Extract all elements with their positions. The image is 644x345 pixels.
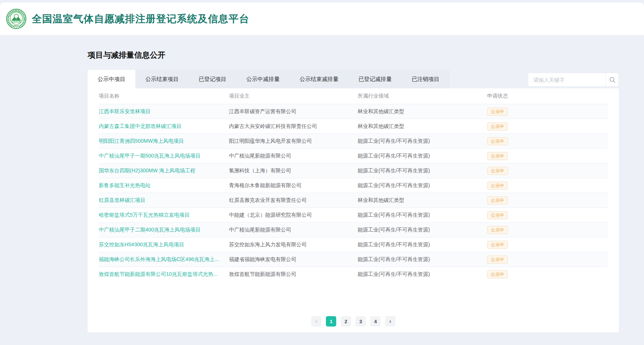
- project-name-link[interactable]: 中广核汕尾甲子一期500兆瓦海上风电场项目: [99, 153, 200, 159]
- status-cell: 公示中: [487, 182, 608, 190]
- status-cell: 公示中: [487, 226, 608, 234]
- sector-cell: 能源工业(可再生/不可再生资源): [358, 182, 487, 189]
- app-header: MEE 全国温室气体自愿减排注册登记系统及信息平台: [0, 3, 644, 35]
- project-owner-cell: 阳江明阳蕴华海上风电开发有限公司: [229, 138, 358, 145]
- table-header: 项目名称 项目业主 所属行业领域 申请状态: [99, 88, 608, 104]
- page-button-3[interactable]: 3: [355, 316, 366, 327]
- search-button[interactable]: [606, 73, 618, 87]
- table-row: 敦煌首航节能新能源有限公司10兆瓦熔盐塔式光热...敦煌首航节能新能源有限公司能…: [99, 267, 608, 281]
- status-badge: 公示中: [487, 167, 508, 175]
- status-badge: 公示中: [487, 137, 508, 145]
- sector-cell: 林业和其他碳汇类型: [358, 197, 487, 204]
- sector-cell: 能源工业(可再生/不可再生资源): [358, 271, 487, 278]
- status-cell: 公示中: [487, 196, 608, 204]
- project-owner-cell: 中能建（北京）能源研究院有限公司: [229, 212, 358, 219]
- table-row: 中广核汕尾甲子二期400兆瓦海上风电场项目中广核汕尾新能源有限公司能源工业(可再…: [99, 222, 608, 237]
- project-name-link[interactable]: 苏交控如东H5#300兆瓦海上风电项目: [99, 241, 184, 247]
- status-cell: 公示中: [487, 211, 608, 219]
- tab-item-6[interactable]: 已注销项目: [402, 70, 449, 88]
- prev-page-button[interactable]: ‹: [311, 316, 321, 327]
- project-owner-cell: 中广核汕尾新能源有限公司: [229, 227, 358, 233]
- status-cell: 公示中: [487, 152, 608, 160]
- status-cell: 公示中: [487, 241, 608, 249]
- project-owner-cell: 中广核汕尾新能源有限公司: [229, 153, 358, 159]
- project-name-link[interactable]: 红原县造林碳汇项目: [99, 197, 145, 203]
- page-button-1[interactable]: 1: [326, 316, 336, 327]
- project-name-link[interactable]: 国华东台四期(H2)300MW 海上风电场工程: [99, 168, 195, 173]
- table-row: 中广核汕尾甲子一期500兆瓦海上风电场项目中广核汕尾新能源有限公司能源工业(可再…: [99, 148, 608, 163]
- pagination: ‹ 1234 ›: [99, 316, 608, 327]
- project-owner-cell: 福建省福能海峡发电有限公司: [229, 256, 358, 263]
- project-name-link[interactable]: 哈密熔盐塔式5万千瓦光热独立发电项目: [99, 212, 190, 218]
- app-title: 全国温室气体自愿减排注册登记系统及信息平台: [32, 12, 249, 26]
- tab-item-3[interactable]: 公示中减排量: [236, 70, 290, 88]
- sector-cell: 能源工业(可再生/不可再生资源): [358, 138, 487, 145]
- project-owner-cell: 敦煌首航节能新能源有限公司: [229, 271, 358, 278]
- sector-cell: 能源工业(可再生/不可再生资源): [358, 153, 487, 159]
- mee-logo: MEE: [6, 9, 27, 29]
- table-row: 国华东台四期(H2)300MW 海上风电场工程氢溯科技（上海）有限公司能源工业(…: [99, 163, 608, 178]
- tab-item-4[interactable]: 公示结束减排量: [290, 70, 348, 88]
- status-badge: 公示中: [487, 211, 508, 219]
- table-row: 福能海峡公司长乐外海海上风电场C区496兆瓦海上...福建省福能海峡发电有限公司…: [99, 252, 608, 267]
- next-page-button[interactable]: ›: [385, 316, 395, 327]
- table-row: 内蒙古森工集团中北部造林碳汇项目内蒙古大兴安岭碳汇科技有限责任公司林业和其他碳汇…: [99, 119, 608, 133]
- page-button-4[interactable]: 4: [370, 316, 381, 327]
- sector-cell: 能源工业(可再生/不可再生资源): [358, 168, 487, 174]
- project-name-link[interactable]: 中广核汕尾甲子二期400兆瓦海上风电场项目: [99, 227, 200, 233]
- tab-item-5[interactable]: 已登记减排量: [348, 70, 402, 88]
- page-button-2[interactable]: 2: [341, 316, 351, 327]
- table-body: 江西丰联乐安造林项目江西丰联碳资产运营有限公司林业和其他碳汇类型公示中内蒙古森工…: [99, 104, 608, 281]
- search-icon: [609, 77, 616, 83]
- status-cell: 公示中: [487, 167, 608, 175]
- page-title: 项目与减排量信息公开: [88, 35, 619, 70]
- project-owner-cell: 青海格尔木鲁能新能源有限公司: [229, 182, 358, 189]
- status-badge: 公示中: [487, 152, 508, 160]
- status-cell: 公示中: [487, 137, 608, 145]
- status-cell: 公示中: [487, 256, 608, 264]
- table-row: 红原县造林碳汇项目红原县雅克农业开发有限责任公司林业和其他碳汇类型公示中: [99, 193, 608, 207]
- search-input[interactable]: [528, 73, 606, 87]
- status-badge: 公示中: [487, 122, 508, 131]
- column-header-project-name: 项目名称: [99, 93, 229, 99]
- column-header-status: 申请状态: [487, 93, 608, 99]
- sector-cell: 能源工业(可再生/不可再生资源): [358, 227, 487, 233]
- status-badge: 公示中: [487, 256, 508, 264]
- tab-item-2[interactable]: 已登记项目: [189, 70, 236, 88]
- sector-cell: 能源工业(可再生/不可再生资源): [358, 256, 487, 263]
- status-badge: 公示中: [487, 226, 508, 234]
- tab-item-1[interactable]: 公示结束项目: [135, 70, 189, 88]
- project-owner-cell: 氢溯科技（上海）有限公司: [229, 168, 358, 174]
- main-content: 项目与减排量信息公开 公示中项目公示结束项目已登记项目公示中减排量公示结束减排量…: [88, 35, 619, 332]
- tab-item-0[interactable]: 公示中项目: [88, 70, 135, 88]
- project-name-link[interactable]: 江西丰联乐安造林项目: [99, 108, 151, 114]
- page-buttons: 1234: [324, 316, 383, 327]
- project-owner-cell: 苏交控如东海上风力发电有限公司: [229, 241, 358, 248]
- column-header-project-owner: 项目业主: [229, 93, 358, 99]
- project-name-link[interactable]: 明阳阳江青洲四500MW海上风电项目: [99, 138, 184, 144]
- sector-cell: 林业和其他碳汇类型: [358, 123, 487, 130]
- project-name-link[interactable]: 福能海峡公司长乐外海海上风电场C区496兆瓦海上...: [99, 256, 219, 262]
- sector-cell: 林业和其他碳汇类型: [358, 108, 487, 115]
- mee-logo-text: MEE: [14, 24, 18, 27]
- sector-cell: 能源工业(可再生/不可再生资源): [358, 241, 487, 248]
- table-row: 苏交控如东H5#300兆瓦海上风电项目苏交控如东海上风力发电有限公司能源工业(可…: [99, 237, 608, 252]
- status-cell: 公示中: [487, 270, 608, 278]
- status-badge: 公示中: [487, 270, 508, 278]
- status-cell: 公示中: [487, 122, 608, 131]
- tabs-row: 公示中项目公示结束项目已登记项目公示中减排量公示结束减排量已登记减排量已注销项目: [88, 70, 619, 88]
- project-name-link[interactable]: 新鲁多能互补光热电站: [99, 182, 151, 188]
- projects-card: 项目名称 项目业主 所属行业领域 申请状态 江西丰联乐安造林项目江西丰联碳资产运…: [88, 88, 619, 332]
- table-row: 哈密熔盐塔式5万千瓦光热独立发电项目中能建（北京）能源研究院有限公司能源工业(可…: [99, 207, 608, 222]
- status-cell: 公示中: [487, 108, 608, 116]
- project-name-link[interactable]: 敦煌首航节能新能源有限公司10兆瓦熔盐塔式光热...: [99, 271, 218, 277]
- table-row: 新鲁多能互补光热电站青海格尔木鲁能新能源有限公司能源工业(可再生/不可再生资源)…: [99, 178, 608, 193]
- project-name-link[interactable]: 内蒙古森工集团中北部造林碳汇项目: [99, 123, 182, 129]
- status-badge: 公示中: [487, 241, 508, 249]
- search-box: [528, 73, 619, 87]
- sector-cell: 能源工业(可再生/不可再生资源): [358, 212, 487, 219]
- project-owner-cell: 内蒙古大兴安岭碳汇科技有限责任公司: [229, 123, 358, 130]
- project-owner-cell: 江西丰联碳资产运营有限公司: [229, 108, 358, 115]
- status-badge: 公示中: [487, 196, 508, 204]
- table-row: 江西丰联乐安造林项目江西丰联碳资产运营有限公司林业和其他碳汇类型公示中: [99, 104, 608, 119]
